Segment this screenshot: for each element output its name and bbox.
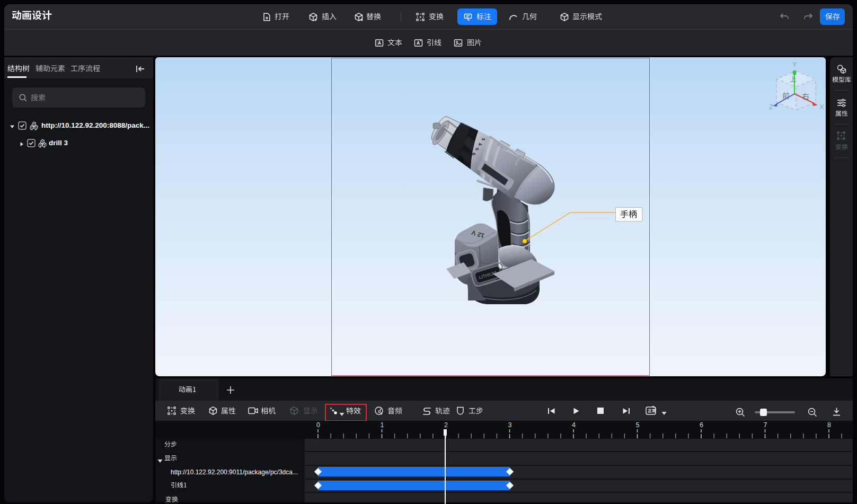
svg-text:0: 0: [316, 421, 320, 429]
svg-text:3: 3: [508, 421, 512, 429]
svg-text:5: 5: [636, 421, 640, 429]
svg-text:6: 6: [471, 153, 476, 155]
svg-text:3: 3: [481, 138, 486, 140]
svg-text:7: 7: [764, 421, 767, 429]
svg-text:2: 2: [444, 421, 448, 429]
svg-text:8: 8: [827, 421, 831, 429]
svg-text:4: 4: [478, 143, 483, 145]
svg-text:X: X: [819, 103, 824, 111]
svg-text:1: 1: [381, 421, 384, 429]
svg-text:6: 6: [700, 421, 703, 429]
svg-text:Z: Z: [769, 103, 773, 111]
svg-text:4: 4: [572, 421, 576, 429]
svg-text:5: 5: [474, 148, 480, 151]
svg-text:Y: Y: [792, 60, 797, 68]
